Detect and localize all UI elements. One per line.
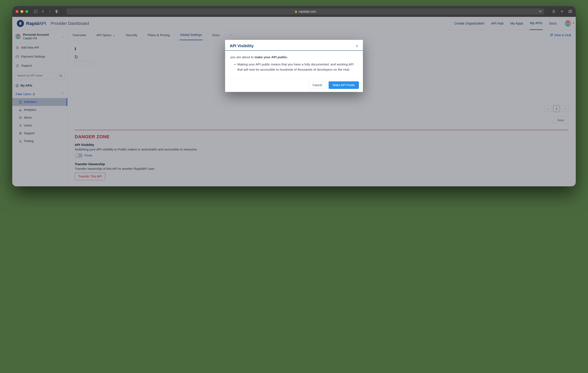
address-text: rapidapi.com <box>299 10 316 13</box>
sidebar-toggle-icon[interactable] <box>34 9 38 14</box>
modal-lead: you are about to make your API public. <box>230 55 358 59</box>
share-icon[interactable] <box>552 9 556 14</box>
window-controls <box>16 10 28 13</box>
svg-rect-7 <box>569 10 572 12</box>
new-tab-icon[interactable] <box>560 9 564 14</box>
maximize-window-button[interactable] <box>25 10 28 13</box>
browser-window: 🔒 rapidapi.com ⟳ RapidAPI Provider <box>12 6 576 186</box>
cancel-button[interactable]: Cancel <box>308 81 326 89</box>
nav-forward-button[interactable] <box>48 9 52 14</box>
svg-rect-6 <box>569 11 571 13</box>
modal-close-button[interactable] <box>356 44 358 47</box>
close-window-button[interactable] <box>16 10 18 13</box>
modal-bullet: Making your API public means that you ha… <box>237 62 358 72</box>
nav-back-button[interactable] <box>41 9 45 14</box>
address-bar[interactable]: 🔒 rapidapi.com ⟳ <box>66 8 544 15</box>
make-public-button[interactable]: Make API Public <box>329 81 359 89</box>
browser-menu-right <box>552 9 572 14</box>
modal-scrim[interactable]: API Visibility you are about to make you… <box>12 17 576 186</box>
modal-title: API Visibility <box>230 44 254 48</box>
lock-icon: 🔒 <box>294 10 297 13</box>
browser-toolbar: 🔒 rapidapi.com ⟳ <box>12 6 576 17</box>
tab-overview-icon[interactable] <box>568 9 572 14</box>
minimize-window-button[interactable] <box>21 10 23 13</box>
close-icon <box>356 44 358 47</box>
privacy-shield-icon[interactable] <box>55 9 59 14</box>
svg-rect-0 <box>34 10 38 13</box>
reload-icon[interactable]: ⟳ <box>539 10 542 13</box>
api-visibility-modal: API Visibility you are about to make you… <box>225 40 363 92</box>
